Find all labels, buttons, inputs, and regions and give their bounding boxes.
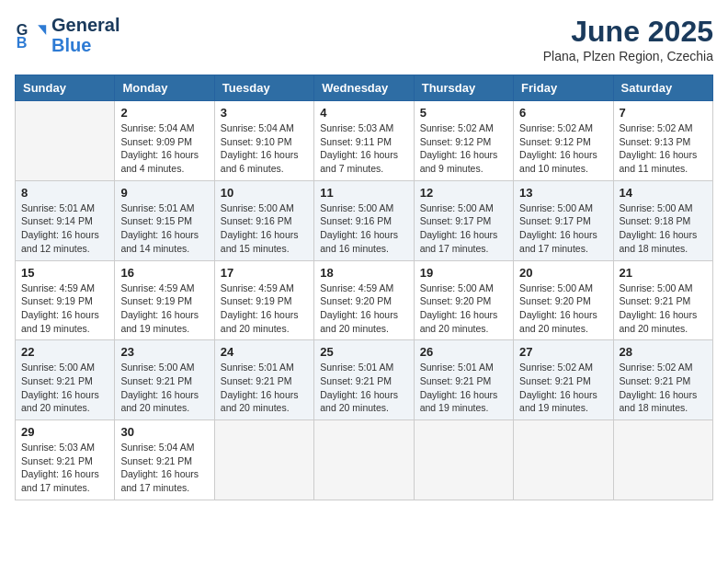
daylight-hours: Daylight: 16 hours and 11 minutes. <box>620 149 698 174</box>
daylight-hours: Daylight: 16 hours and 4 minutes. <box>120 149 199 174</box>
daylight-hours: Daylight: 16 hours and 19 minutes. <box>519 389 597 414</box>
table-row: 28 Sunrise: 5:02 AM Sunset: 9:21 PM Dayl… <box>613 340 712 420</box>
table-row: 15 Sunrise: 4:59 AM Sunset: 9:19 PM Dayl… <box>16 260 115 340</box>
day-number: 15 <box>21 266 108 280</box>
day-number: 24 <box>221 345 308 359</box>
table-row <box>613 420 712 500</box>
daylight-hours: Daylight: 16 hours and 6 minutes. <box>221 149 299 174</box>
table-row <box>414 420 513 500</box>
daylight-hours: Daylight: 16 hours and 17 minutes. <box>519 229 597 254</box>
sunrise-time: Sunrise: 5:01 AM <box>21 202 95 213</box>
calendar-row: 29 Sunrise: 5:03 AM Sunset: 9:21 PM Dayl… <box>16 420 713 500</box>
sunset-time: Sunset: 9:16 PM <box>320 215 392 226</box>
day-detail: Sunrise: 5:03 AM Sunset: 9:21 PM Dayligh… <box>21 441 108 495</box>
day-detail: Sunrise: 5:00 AM Sunset: 9:18 PM Dayligh… <box>620 201 707 256</box>
day-number: 10 <box>221 186 308 200</box>
daylight-hours: Daylight: 16 hours and 18 minutes. <box>620 229 698 254</box>
sunset-time: Sunset: 9:12 PM <box>420 136 492 147</box>
table-row: 13 Sunrise: 5:00 AM Sunset: 9:17 PM Dayl… <box>514 180 613 260</box>
table-row <box>514 420 613 500</box>
daylight-hours: Daylight: 16 hours and 20 minutes. <box>519 309 597 334</box>
sunrise-time: Sunrise: 5:00 AM <box>620 202 693 213</box>
day-detail: Sunrise: 5:00 AM Sunset: 9:20 PM Dayligh… <box>420 282 507 336</box>
sunset-time: Sunset: 9:21 PM <box>519 375 591 386</box>
sunrise-time: Sunrise: 5:04 AM <box>221 122 294 133</box>
calendar-row: 15 Sunrise: 4:59 AM Sunset: 9:19 PM Dayl… <box>16 260 713 340</box>
day-detail: Sunrise: 5:00 AM Sunset: 9:21 PM Dayligh… <box>21 361 108 415</box>
day-number: 6 <box>519 106 607 120</box>
day-number: 11 <box>320 186 407 200</box>
sunset-time: Sunset: 9:21 PM <box>120 455 192 466</box>
sunrise-time: Sunrise: 5:00 AM <box>320 202 393 213</box>
title-block: June 2025 Plana, Plzen Region, Czechia <box>543 15 713 63</box>
svg-marker-2 <box>38 25 46 35</box>
table-row: 20 Sunrise: 5:00 AM Sunset: 9:20 PM Dayl… <box>514 260 613 340</box>
table-row: 7 Sunrise: 5:02 AM Sunset: 9:13 PM Dayli… <box>613 101 712 181</box>
sunset-time: Sunset: 9:18 PM <box>620 215 691 226</box>
day-number: 14 <box>620 186 707 200</box>
logo: G B General Blue <box>15 15 119 55</box>
sunset-time: Sunset: 9:19 PM <box>120 295 192 306</box>
sunset-time: Sunset: 9:19 PM <box>21 295 93 306</box>
day-detail: Sunrise: 5:02 AM Sunset: 9:12 PM Dayligh… <box>420 121 507 176</box>
day-number: 29 <box>21 425 108 439</box>
day-number: 13 <box>519 186 607 200</box>
calendar-header-row: Sunday Monday Tuesday Wednesday Thursday… <box>16 75 713 101</box>
table-row: 11 Sunrise: 5:00 AM Sunset: 9:16 PM Dayl… <box>314 180 414 260</box>
daylight-hours: Daylight: 16 hours and 20 minutes. <box>320 389 398 414</box>
table-row <box>214 420 313 500</box>
sunset-time: Sunset: 9:21 PM <box>221 375 292 386</box>
daylight-hours: Daylight: 16 hours and 15 minutes. <box>221 229 299 254</box>
sunset-time: Sunset: 9:21 PM <box>420 375 492 386</box>
daylight-hours: Daylight: 16 hours and 17 minutes. <box>21 468 99 493</box>
sunrise-time: Sunrise: 4:59 AM <box>221 282 294 293</box>
table-row: 16 Sunrise: 4:59 AM Sunset: 9:19 PM Dayl… <box>115 260 214 340</box>
daylight-hours: Daylight: 16 hours and 7 minutes. <box>320 149 398 174</box>
daylight-hours: Daylight: 16 hours and 20 minutes. <box>120 389 199 414</box>
table-row: 17 Sunrise: 4:59 AM Sunset: 9:19 PM Dayl… <box>214 260 313 340</box>
day-detail: Sunrise: 4:59 AM Sunset: 9:20 PM Dayligh… <box>320 282 407 336</box>
day-number: 17 <box>221 266 308 280</box>
day-detail: Sunrise: 5:00 AM Sunset: 9:16 PM Dayligh… <box>320 201 407 256</box>
day-number: 23 <box>120 345 208 359</box>
day-detail: Sunrise: 5:00 AM Sunset: 9:21 PM Dayligh… <box>120 361 208 415</box>
day-number: 12 <box>420 186 507 200</box>
day-number: 2 <box>120 106 208 120</box>
table-row: 30 Sunrise: 5:04 AM Sunset: 9:21 PM Dayl… <box>115 420 214 500</box>
sunrise-time: Sunrise: 5:01 AM <box>120 202 194 213</box>
day-detail: Sunrise: 5:01 AM Sunset: 9:15 PM Dayligh… <box>120 201 208 256</box>
sunrise-time: Sunrise: 5:01 AM <box>420 362 494 373</box>
day-detail: Sunrise: 5:04 AM Sunset: 9:10 PM Dayligh… <box>221 121 308 176</box>
sunrise-time: Sunrise: 5:02 AM <box>519 362 593 373</box>
table-row: 25 Sunrise: 5:01 AM Sunset: 9:21 PM Dayl… <box>314 340 414 420</box>
table-row: 14 Sunrise: 5:00 AM Sunset: 9:18 PM Dayl… <box>613 180 712 260</box>
sunrise-time: Sunrise: 5:01 AM <box>320 362 393 373</box>
day-detail: Sunrise: 5:02 AM Sunset: 9:21 PM Dayligh… <box>519 361 607 415</box>
sunset-time: Sunset: 9:21 PM <box>120 375 192 386</box>
day-detail: Sunrise: 5:01 AM Sunset: 9:14 PM Dayligh… <box>21 201 108 256</box>
sunrise-time: Sunrise: 4:59 AM <box>320 282 393 293</box>
header-monday: Monday <box>115 75 214 101</box>
sunset-time: Sunset: 9:20 PM <box>519 295 591 306</box>
table-row: 6 Sunrise: 5:02 AM Sunset: 9:12 PM Dayli… <box>514 101 613 181</box>
day-number: 9 <box>120 186 208 200</box>
day-number: 27 <box>519 345 607 359</box>
day-number: 5 <box>420 106 507 120</box>
table-row: 19 Sunrise: 5:00 AM Sunset: 9:20 PM Dayl… <box>414 260 513 340</box>
table-row: 22 Sunrise: 5:00 AM Sunset: 9:21 PM Dayl… <box>16 340 115 420</box>
day-detail: Sunrise: 5:02 AM Sunset: 9:12 PM Dayligh… <box>519 121 607 176</box>
day-number: 22 <box>21 345 108 359</box>
day-number: 3 <box>221 106 308 120</box>
sunset-time: Sunset: 9:16 PM <box>221 215 292 226</box>
table-row: 24 Sunrise: 5:01 AM Sunset: 9:21 PM Dayl… <box>214 340 313 420</box>
header-thursday: Thursday <box>414 75 513 101</box>
daylight-hours: Daylight: 16 hours and 20 minutes. <box>420 309 498 334</box>
sunrise-time: Sunrise: 5:00 AM <box>21 362 95 373</box>
sunset-time: Sunset: 9:15 PM <box>120 215 192 226</box>
table-row: 18 Sunrise: 4:59 AM Sunset: 9:20 PM Dayl… <box>314 260 414 340</box>
table-row: 8 Sunrise: 5:01 AM Sunset: 9:14 PM Dayli… <box>16 180 115 260</box>
table-row: 9 Sunrise: 5:01 AM Sunset: 9:15 PM Dayli… <box>115 180 214 260</box>
daylight-hours: Daylight: 16 hours and 18 minutes. <box>620 389 698 414</box>
day-detail: Sunrise: 5:01 AM Sunset: 9:21 PM Dayligh… <box>221 361 308 415</box>
svg-text:B: B <box>17 34 28 51</box>
